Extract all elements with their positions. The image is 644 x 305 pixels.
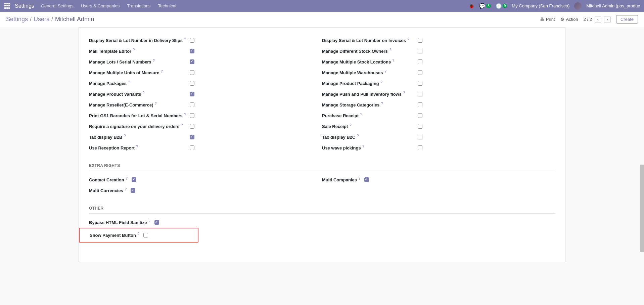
help-icon[interactable]: ? [133, 48, 135, 52]
field-row: Contact Creation ? [89, 174, 322, 185]
field-label: Manage Different Stock Owners ? [322, 48, 418, 54]
checkbox[interactable] [132, 177, 136, 182]
checkbox[interactable] [418, 102, 422, 107]
checkbox[interactable] [143, 233, 148, 237]
checkbox[interactable] [190, 102, 194, 107]
activities-icon[interactable]: 🕐9 [496, 3, 507, 9]
field-row: Manage Packages ? [89, 78, 322, 89]
checkbox[interactable] [418, 70, 422, 75]
toolbar-right: 🖶Print ⚙Action 2 / 2 ‹ › Create [540, 15, 638, 24]
user-name[interactable]: Mitchell Admin (pos_produc [586, 3, 640, 8]
checkbox[interactable] [190, 49, 194, 53]
checkbox[interactable] [418, 124, 422, 129]
help-icon[interactable]: ? [360, 113, 362, 116]
checkbox[interactable] [154, 220, 159, 225]
apps-icon[interactable] [4, 3, 11, 9]
scrollbar-thumb[interactable] [640, 165, 644, 252]
help-icon[interactable]: ? [138, 232, 140, 236]
pager-prev[interactable]: ‹ [595, 16, 601, 23]
nav-users[interactable]: Users & Companies [81, 3, 120, 8]
checkbox[interactable] [190, 135, 194, 139]
form-sheet: Delivery Address ?Display Serial & Lot N… [79, 27, 565, 262]
help-icon[interactable]: ? [393, 59, 395, 62]
act-count: 9 [503, 4, 507, 8]
help-icon[interactable]: ? [403, 91, 405, 95]
help-icon[interactable]: ? [184, 37, 186, 41]
checkbox[interactable] [418, 113, 422, 118]
help-icon[interactable]: ? [128, 80, 130, 84]
bc-users[interactable]: Users [34, 16, 49, 23]
checkbox[interactable] [190, 59, 194, 64]
checkbox[interactable] [418, 92, 422, 96]
checkbox[interactable] [418, 59, 422, 64]
help-icon[interactable]: ? [359, 177, 361, 180]
field-label: Display Serial & Lot Number in Delivery … [89, 37, 190, 43]
checkbox[interactable] [190, 113, 194, 118]
pager-next[interactable]: › [604, 16, 611, 23]
help-icon[interactable]: ? [357, 134, 359, 138]
field-row: Manage Multiple Stock Locations ? [322, 56, 555, 67]
help-icon[interactable]: ? [362, 145, 364, 148]
help-icon[interactable]: ? [126, 177, 128, 180]
field-row: Show Payment Button ? [90, 230, 198, 241]
navbar: Settings General Settings Users & Compan… [0, 0, 644, 12]
field-row: Print GS1 Barcodes for Lot & Serial Numb… [89, 110, 322, 121]
help-icon[interactable]: ? [124, 134, 126, 138]
field-label: Manage Multiple Warehouses ? [322, 70, 418, 75]
field-row: Purchase Receipt ? [322, 110, 555, 121]
checkbox[interactable] [131, 188, 135, 193]
field-label: Print GS1 Barcodes for Lot & Serial Numb… [89, 113, 190, 118]
help-icon[interactable]: ? [161, 70, 163, 73]
help-icon[interactable]: ? [143, 91, 145, 95]
help-icon[interactable]: ? [380, 80, 382, 84]
checkbox[interactable] [418, 81, 422, 86]
checkbox[interactable] [418, 38, 422, 43]
checkbox[interactable] [190, 38, 194, 43]
checkbox[interactable] [190, 81, 194, 86]
field-row: Manage Product Packaging ? [322, 78, 555, 89]
action-button[interactable]: ⚙Action [560, 17, 578, 22]
checkbox[interactable] [190, 92, 194, 96]
help-icon[interactable]: ? [384, 70, 386, 73]
field-row: Use Reception Report ? [89, 142, 322, 153]
field-label: Require a signature on your delivery ord… [89, 123, 190, 129]
checkbox[interactable] [364, 177, 369, 182]
print-button[interactable]: 🖶Print [540, 17, 555, 22]
help-icon[interactable]: ? [184, 113, 186, 116]
field-row: Manage Multiple Warehouses ? [322, 67, 555, 78]
checkbox[interactable] [418, 49, 422, 53]
field-row: Bypass HTML Field Sanitize ? [89, 217, 322, 228]
gear-icon: ⚙ [560, 17, 564, 22]
field-row: Sale Receipt ? [322, 121, 555, 132]
avatar[interactable] [574, 2, 582, 10]
help-icon[interactable]: ? [153, 59, 155, 62]
help-icon[interactable]: ? [389, 48, 391, 52]
help-icon[interactable]: ? [155, 102, 157, 105]
debug-icon[interactable]: 🐞 [469, 3, 474, 9]
field-label: Manage Multiple Stock Locations ? [322, 59, 418, 64]
help-icon[interactable]: ? [136, 145, 138, 148]
group-extra-title: EXTRA RIGHTS [89, 163, 555, 168]
create-button[interactable]: Create [616, 15, 638, 24]
messages-icon[interactable]: 💬5 [479, 3, 491, 9]
help-icon[interactable]: ? [381, 102, 383, 105]
help-icon[interactable]: ? [350, 123, 352, 127]
checkbox[interactable] [418, 135, 422, 139]
nav-general[interactable]: General Settings [41, 3, 74, 8]
brand[interactable]: Settings [15, 3, 34, 9]
checkbox[interactable] [190, 70, 194, 75]
field-label: Purchase Receipt ? [322, 113, 418, 118]
help-icon[interactable]: ? [148, 219, 150, 223]
checkbox[interactable] [418, 145, 422, 150]
checkbox[interactable] [190, 124, 194, 129]
checkbox[interactable] [190, 145, 194, 150]
help-icon[interactable]: ? [181, 123, 183, 127]
field-label: Contact Creation ? [89, 177, 128, 182]
company-selector[interactable]: My Company (San Francisco) [512, 3, 569, 8]
field-label: Display Serial & Lot Number on Invoices … [322, 37, 418, 43]
nav-translations[interactable]: Translations [127, 3, 150, 8]
bc-settings[interactable]: Settings [6, 16, 28, 23]
help-icon[interactable]: ? [125, 187, 127, 191]
help-icon[interactable]: ? [408, 37, 410, 41]
nav-technical[interactable]: Technical [158, 3, 176, 8]
